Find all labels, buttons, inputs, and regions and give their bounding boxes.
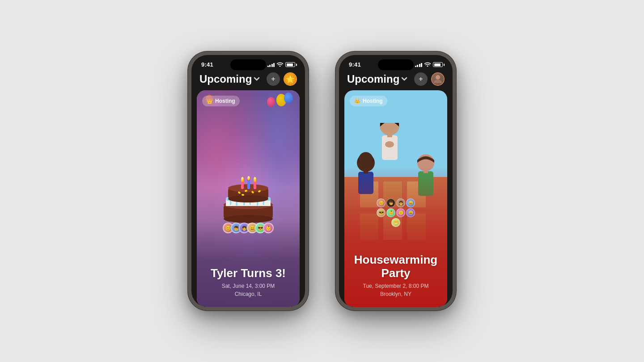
attendee-6: 👶 <box>263 223 274 233</box>
status-time-2: 9:41 <box>349 61 361 68</box>
status-time-1: 9:41 <box>201 61 213 68</box>
user-avatar-1[interactable]: 🌟 <box>284 72 297 86</box>
phone-1: 9:41 <box>188 51 309 311</box>
event-location-1: Chicago, IL <box>235 291 262 297</box>
svg-point-35 <box>385 141 394 147</box>
svg-point-25 <box>254 177 256 180</box>
event-date-2: Tue, September 2, 8:00 PM <box>363 283 429 289</box>
dynamic-island-2 <box>378 59 414 70</box>
nav-title-2[interactable]: Upcoming <box>347 73 407 85</box>
event-location-2: Brooklyn, NY <box>380 291 411 297</box>
hosting-text-1: Hosting <box>215 98 235 104</box>
balloon-blue <box>284 93 293 104</box>
housewarming-event-card[interactable]: 👑 Hosting 😊 👦 👧 😄 😎 👶 🙂 😃 😁 <box>344 90 447 307</box>
svg-point-8 <box>228 195 268 202</box>
nav-bar-2: Upcoming + <box>339 71 453 90</box>
svg-rect-34 <box>387 134 392 137</box>
crown-icon-1: 👑 <box>207 98 213 104</box>
svg-rect-33 <box>382 135 398 160</box>
avatar-person-icon <box>432 73 444 85</box>
phone-2-screen: 9:41 <box>339 55 453 307</box>
wifi-icon-1 <box>277 62 283 67</box>
cluster-3: 👧 <box>396 198 405 207</box>
event-date-1: Sat, June 14, 3:00 PM <box>222 283 275 289</box>
cluster-6: 👶 <box>386 208 395 217</box>
signal-bars-2 <box>415 63 423 67</box>
phone-2: 9:41 <box>335 51 456 311</box>
battery-icon-2 <box>433 62 443 67</box>
event-subtitle-1: Sat, June 14, 3:00 PM Chicago, IL <box>204 282 292 298</box>
cluster-9: 😁 <box>391 218 400 227</box>
avatar-photo-2 <box>432 73 444 85</box>
nav-title-1[interactable]: Upcoming <box>199 73 260 85</box>
nav-actions-2: + <box>414 72 445 86</box>
phone-1-frame: 9:41 <box>188 51 309 311</box>
chevron-down-icon-1 <box>254 77 260 81</box>
wifi-icon-2 <box>424 62 431 67</box>
hosting-badge-2: 👑 Hosting <box>350 96 387 106</box>
crown-icon-2: 👑 <box>354 98 360 104</box>
nav-bar-1: Upcoming + 🌟 <box>191 71 305 90</box>
svg-point-26 <box>436 75 440 80</box>
cake-display <box>212 167 284 225</box>
add-button-1[interactable]: + <box>267 72 280 86</box>
balloon-pink <box>267 97 275 107</box>
svg-point-17 <box>242 177 243 180</box>
svg-point-32 <box>380 123 399 135</box>
avatar-emoji-1: 🌟 <box>284 73 296 85</box>
status-icons-2 <box>415 62 443 67</box>
event-title-2: Housewarming Party <box>352 253 440 280</box>
nav-title-text-2: Upcoming <box>347 73 399 85</box>
cluster-8: 😃 <box>406 208 415 217</box>
hosting-badge-1: 👑 Hosting <box>202 96 240 106</box>
user-avatar-2[interactable] <box>431 72 445 86</box>
attendees-1: 😊 👦 👧 😄 😎 👶 <box>223 223 274 233</box>
svg-point-21 <box>248 176 250 179</box>
event-title-1: Tyler Turns 3! <box>204 267 292 280</box>
phone-1-screen: 9:41 <box>191 55 305 307</box>
svg-point-3 <box>224 215 273 223</box>
plus-icon-2: + <box>419 75 423 83</box>
plus-icon-1: + <box>271 75 275 83</box>
event-info-2: Housewarming Party Tue, September 2, 8:0… <box>344 246 447 307</box>
cake-svg <box>212 167 284 225</box>
chevron-down-icon-2 <box>401 77 407 81</box>
add-button-2[interactable]: + <box>414 72 428 86</box>
cluster-7: 🙂 <box>396 208 405 217</box>
event-subtitle-2: Tue, September 2, 8:00 PM Brooklyn, NY <box>352 282 440 298</box>
svg-point-29 <box>359 152 373 166</box>
cluster-2: 👦 <box>386 198 395 207</box>
attendees-cluster-2: 😊 👦 👧 😄 😎 👶 🙂 😃 😁 <box>376 198 416 227</box>
birthday-event-card[interactable]: 👑 Hosting 😊 👦 👧 😄 😎 👶 Tyler Turns 3! <box>197 90 300 307</box>
battery-icon-1 <box>285 62 295 67</box>
event-info-1: Tyler Turns 3! Sat, June 14, 3:00 PM Chi… <box>197 260 300 307</box>
cluster-4: 😄 <box>406 198 415 207</box>
nav-title-text-1: Upcoming <box>199 73 252 85</box>
cluster-1: 😊 <box>377 198 386 207</box>
cluster-5: 😎 <box>377 208 386 217</box>
nav-actions-1: + 🌟 <box>267 72 297 86</box>
hosting-text-2: Hosting <box>363 98 383 104</box>
phone-2-frame: 9:41 <box>335 51 456 311</box>
signal-bars-1 <box>267 63 275 67</box>
dynamic-island-1 <box>230 59 266 70</box>
status-icons-1 <box>267 62 296 67</box>
